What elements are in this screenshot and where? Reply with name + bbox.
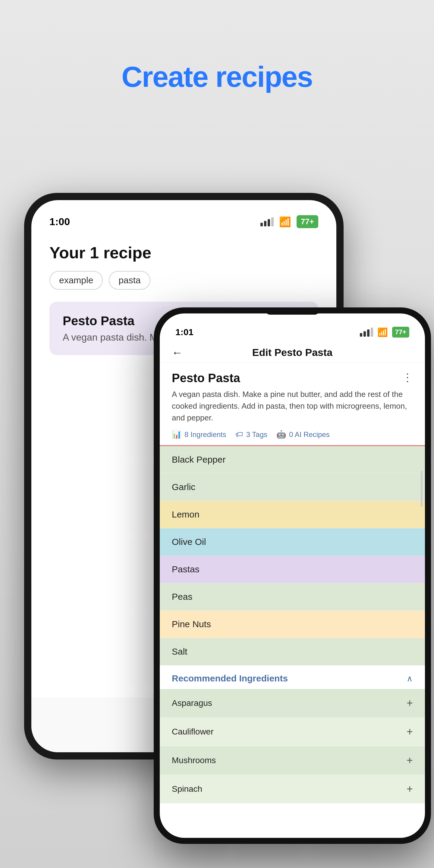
recommended-item[interactable]: Spinach + xyxy=(160,775,425,804)
page-title: Create recipes xyxy=(0,0,434,93)
ingredient-row[interactable]: Olive Oil xyxy=(160,528,425,556)
meta-ai-recipes: 🤖 0 AI Recipes xyxy=(276,430,330,439)
tag-pasta[interactable]: pasta xyxy=(109,271,150,290)
front-header: ← Edit Pesto Pasta xyxy=(160,342,425,363)
meta-ingredients: 📊 8 Ingredients xyxy=(172,430,226,439)
tag-example[interactable]: example xyxy=(50,271,103,290)
chevron-up-icon[interactable]: ∧ xyxy=(407,674,413,684)
back-button[interactable]: ← xyxy=(172,346,183,359)
ingredient-row[interactable]: Pine Nuts xyxy=(160,611,425,638)
add-mushrooms-button[interactable]: + xyxy=(407,754,413,767)
tag-row: example pasta xyxy=(50,271,318,290)
front-phone-notch xyxy=(265,307,319,315)
add-cauliflower-button[interactable]: + xyxy=(407,725,413,738)
ai-meta-icon: 🤖 xyxy=(276,430,286,439)
scroll-indicator xyxy=(421,471,423,507)
ingredient-row[interactable]: Lemon xyxy=(160,501,425,528)
tags-meta-icon: 🏷 xyxy=(236,430,243,439)
ingredient-list: Black Pepper Garlic Lemon Olive Oil Past… xyxy=(160,446,425,665)
ingredient-row[interactable]: Salt xyxy=(160,638,425,665)
front-time: 1:01 xyxy=(176,327,193,337)
ingredient-row[interactable]: Garlic xyxy=(160,473,425,501)
back-signal xyxy=(260,217,274,226)
recommended-item[interactable]: Asparagus + xyxy=(160,689,425,718)
recipe-meta: 📊 8 Ingredients 🏷 3 Tags 🤖 0 AI Recipes xyxy=(172,430,413,439)
recommended-list: Asparagus + Cauliflower + Mushrooms + Sp… xyxy=(160,689,425,804)
recommended-header[interactable]: Recommended Ingredients ∧ xyxy=(160,665,425,689)
front-wifi-icon: 📶 xyxy=(377,327,388,337)
front-header-title: Edit Pesto Pasta xyxy=(252,347,333,358)
back-battery: 77+ xyxy=(297,215,318,228)
back-status-bar: 1:00 📶 77+ xyxy=(31,200,336,234)
recommended-item[interactable]: Mushrooms + xyxy=(160,746,425,775)
back-time: 1:00 xyxy=(50,216,70,227)
recipe-name: Pesto Pasta xyxy=(172,371,240,385)
recipe-section: Pesto Pasta ⋮ A vegan pasta dish. Make a… xyxy=(160,363,425,446)
add-spinach-button[interactable]: + xyxy=(407,783,413,795)
front-signal xyxy=(360,328,373,337)
ingredient-row[interactable]: Peas xyxy=(160,583,425,611)
meta-tags: 🏷 3 Tags xyxy=(236,430,267,439)
front-battery: 77+ xyxy=(392,327,409,338)
ingredient-row[interactable]: Pastas xyxy=(160,556,425,583)
ingredient-row[interactable]: Black Pepper xyxy=(160,446,425,473)
more-options-button[interactable]: ⋮ xyxy=(402,371,413,384)
add-asparagus-button[interactable]: + xyxy=(407,697,413,710)
back-recipe-heading: Your 1 recipe xyxy=(50,243,318,262)
ingredients-meta-icon: 📊 xyxy=(172,430,181,439)
front-status-bar: 1:01 📶 77+ xyxy=(160,313,425,342)
recipe-description: A vegan pasta dish. Make a pine nut butt… xyxy=(172,389,413,424)
recommended-item[interactable]: Cauliflower + xyxy=(160,718,425,746)
recommended-title: Recommended Ingredients xyxy=(172,673,288,684)
phone-front: 1:01 📶 77+ ← Edit Pesto Pasta Pesto Past… xyxy=(154,307,431,844)
back-wifi-icon: 📶 xyxy=(279,216,291,227)
